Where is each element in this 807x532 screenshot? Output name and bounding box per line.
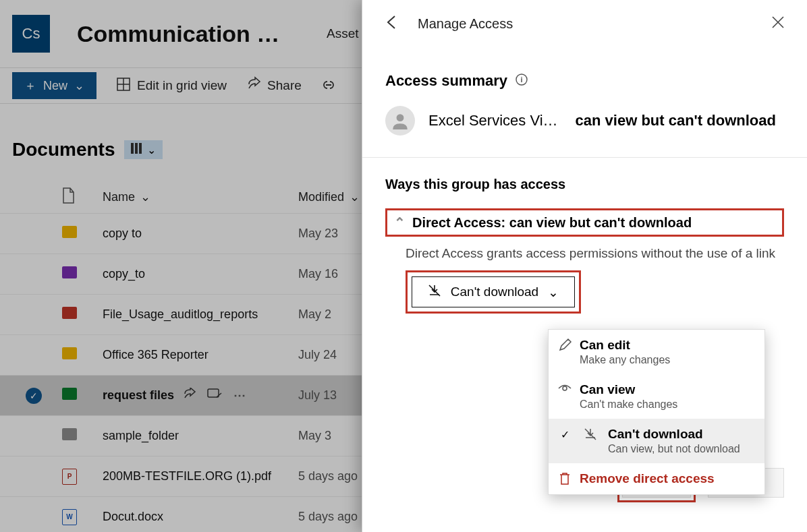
direct-access-toggle[interactable]: ⌃ Direct Access: can view but can't down… xyxy=(385,208,784,237)
chevron-up-icon: ⌃ xyxy=(394,214,406,231)
new-button[interactable]: ＋ New ⌄ xyxy=(12,72,96,99)
panel-title: Manage Access xyxy=(418,16,513,32)
copy-link-button[interactable] xyxy=(322,78,335,93)
group-permission: can view but can't download xyxy=(576,112,784,129)
menu-item-cant-download[interactable]: ✓ Can't download Can view, but not downl… xyxy=(549,419,764,463)
grid-icon xyxy=(117,78,130,94)
topnav-item[interactable]: Asset r xyxy=(327,26,366,41)
back-button[interactable] xyxy=(385,15,400,33)
svg-rect-5 xyxy=(139,143,142,154)
access-summary-heading: Access summary i xyxy=(385,72,784,90)
eye-icon xyxy=(558,384,572,393)
tiles-icon xyxy=(131,143,143,156)
selection-check-icon[interactable]: ✓ xyxy=(26,388,42,404)
divider xyxy=(362,157,807,158)
folder-icon xyxy=(62,388,77,400)
folder-icon xyxy=(62,307,77,319)
svg-point-9 xyxy=(397,114,404,121)
share-icon[interactable] xyxy=(184,388,196,403)
avatar xyxy=(385,106,415,136)
permission-menu: Can edit Make any changes Can view Can't… xyxy=(548,329,765,495)
chevron-down-icon: ⌄ xyxy=(548,285,559,300)
share-icon xyxy=(247,78,260,94)
more-icon[interactable]: ⋯ xyxy=(233,388,246,403)
pdf-icon: P xyxy=(62,469,77,485)
share-button[interactable]: Share xyxy=(247,78,302,94)
chevron-down-icon: ⌄ xyxy=(74,78,84,93)
info-icon[interactable]: i xyxy=(516,72,528,90)
svg-rect-3 xyxy=(131,143,134,154)
chevron-down-icon: ⌄ xyxy=(140,189,150,204)
group-row[interactable]: Excel Services Vi… can view but can't do… xyxy=(385,106,784,136)
permission-dropdown-button[interactable]: Can't download ⌄ xyxy=(412,276,575,307)
folder-icon xyxy=(62,347,77,359)
svg-rect-6 xyxy=(208,389,219,397)
pencil-icon xyxy=(558,339,572,351)
menu-item-can-edit[interactable]: Can edit Make any changes xyxy=(549,330,764,374)
no-download-icon xyxy=(584,428,597,440)
svg-text:i: i xyxy=(520,76,522,84)
svg-point-11 xyxy=(563,386,567,390)
name-column-header[interactable]: Name⌄ xyxy=(103,189,298,204)
highlight-box: Can't download ⌄ xyxy=(406,270,581,314)
menu-item-remove-access[interactable]: Remove direct access xyxy=(549,463,764,494)
chevron-down-icon: ⌄ xyxy=(147,144,156,156)
word-icon: W xyxy=(62,509,77,525)
file-type-column-icon[interactable] xyxy=(62,188,103,206)
folder-icon xyxy=(62,266,77,278)
folder-icon xyxy=(62,428,77,440)
site-title[interactable]: Communication sit… xyxy=(77,21,286,47)
direct-access-description: Direct Access grants access permissions … xyxy=(385,246,784,261)
group-name: Excel Services Vi… xyxy=(428,112,558,129)
menu-item-can-view[interactable]: Can view Can't make changes xyxy=(549,374,764,419)
site-tile[interactable]: Cs xyxy=(12,15,50,53)
edit-in-grid-button[interactable]: Edit in grid view xyxy=(117,78,227,94)
svg-rect-4 xyxy=(135,143,138,154)
plus-icon: ＋ xyxy=(24,78,36,94)
trash-icon xyxy=(558,473,572,485)
link-icon xyxy=(322,78,335,93)
shortcut-icon[interactable] xyxy=(208,388,221,403)
chevron-down-icon: ⌄ xyxy=(350,189,360,204)
ways-heading: Ways this group has access xyxy=(385,177,784,192)
check-icon: ✓ xyxy=(561,428,574,441)
folder-icon xyxy=(62,226,77,238)
view-switcher[interactable]: ⌄ xyxy=(124,140,163,159)
no-download-icon xyxy=(428,284,441,301)
close-button[interactable] xyxy=(772,16,784,32)
